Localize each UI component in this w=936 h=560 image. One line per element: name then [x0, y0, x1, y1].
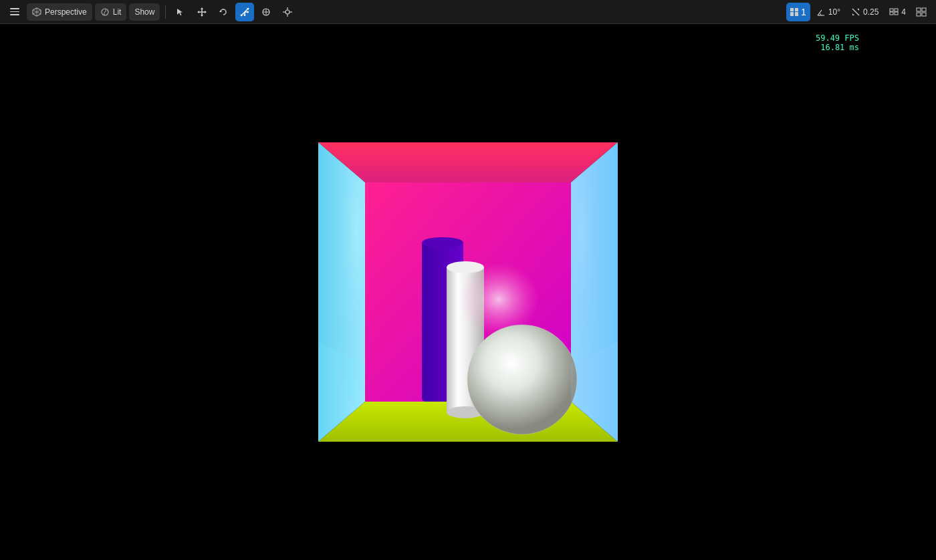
- scene-svg: [318, 142, 618, 442]
- toolbar: Perspective Lit Show: [0, 0, 936, 24]
- svg-marker-18: [243, 15, 246, 16]
- layout-button[interactable]: [912, 3, 931, 21]
- ms-value: 16.81 ms: [816, 43, 859, 52]
- separator-1: [165, 5, 166, 19]
- scale-value: 0.25: [863, 7, 879, 17]
- svg-rect-36: [917, 8, 921, 11]
- svg-rect-35: [895, 12, 898, 15]
- perspective-button[interactable]: Perspective: [27, 3, 92, 21]
- toolbar-right: 1 10° 0.25: [786, 3, 931, 21]
- grid-value: 1: [801, 7, 806, 17]
- svg-marker-31: [852, 13, 854, 15]
- move-icon: [197, 7, 207, 17]
- perspective-label: Perspective: [45, 7, 87, 17]
- lit-label: Lit: [113, 7, 122, 17]
- transform-icon: [261, 7, 271, 17]
- svg-marker-8: [201, 15, 203, 17]
- svg-rect-33: [895, 9, 898, 11]
- svg-marker-7: [201, 7, 203, 9]
- lit-button[interactable]: Lit: [95, 3, 127, 21]
- fps-counter: 59.49 FPS 16.81 ms: [816, 33, 859, 52]
- svg-marker-9: [197, 11, 199, 13]
- scale-icon: [239, 7, 250, 17]
- svg-marker-10: [205, 11, 207, 13]
- select-icon: [176, 7, 185, 17]
- viewport[interactable]: [0, 24, 936, 560]
- layout-icon: [916, 7, 927, 17]
- show-label: Show: [134, 7, 154, 17]
- svg-rect-38: [917, 13, 921, 16]
- svg-rect-39: [922, 13, 926, 16]
- angle-icon: [816, 7, 826, 17]
- hamburger-icon: [10, 8, 19, 15]
- move-tool-button[interactable]: [193, 3, 211, 21]
- angle-button[interactable]: 10°: [812, 3, 845, 21]
- rotate-icon: [218, 7, 229, 17]
- screen-icon: [889, 8, 899, 15]
- fps-value: 59.49 FPS: [816, 33, 859, 43]
- snap-icon: [282, 7, 293, 17]
- svg-point-22: [285, 10, 289, 14]
- transform-widget-button[interactable]: [257, 3, 275, 21]
- menu-button[interactable]: [5, 3, 24, 21]
- screen-button[interactable]: 4: [885, 3, 911, 21]
- svg-marker-44: [318, 142, 618, 182]
- grid-icon: [790, 8, 798, 16]
- lit-icon: [100, 7, 110, 17]
- grid-button[interactable]: 1: [786, 3, 810, 21]
- svg-line-28: [818, 10, 822, 15]
- screen-value: 4: [901, 7, 906, 17]
- svg-marker-16: [247, 11, 249, 13]
- svg-point-58: [467, 325, 577, 434]
- scale-tool-button[interactable]: [235, 3, 254, 21]
- scale-value-button[interactable]: 0.25: [846, 3, 883, 21]
- svg-rect-32: [890, 9, 893, 11]
- cube-icon: [32, 7, 41, 17]
- svg-rect-34: [890, 12, 893, 15]
- surface-snap-button[interactable]: [278, 3, 297, 21]
- svg-marker-30: [857, 9, 859, 11]
- svg-point-51: [422, 237, 463, 248]
- rotate-tool-button[interactable]: [214, 3, 233, 21]
- svg-rect-37: [922, 8, 926, 11]
- scale-val-icon: [851, 7, 860, 17]
- select-tool-button[interactable]: [171, 3, 190, 21]
- scene-container: [318, 142, 618, 442]
- show-button[interactable]: Show: [129, 3, 160, 21]
- angle-value: 10°: [828, 7, 840, 17]
